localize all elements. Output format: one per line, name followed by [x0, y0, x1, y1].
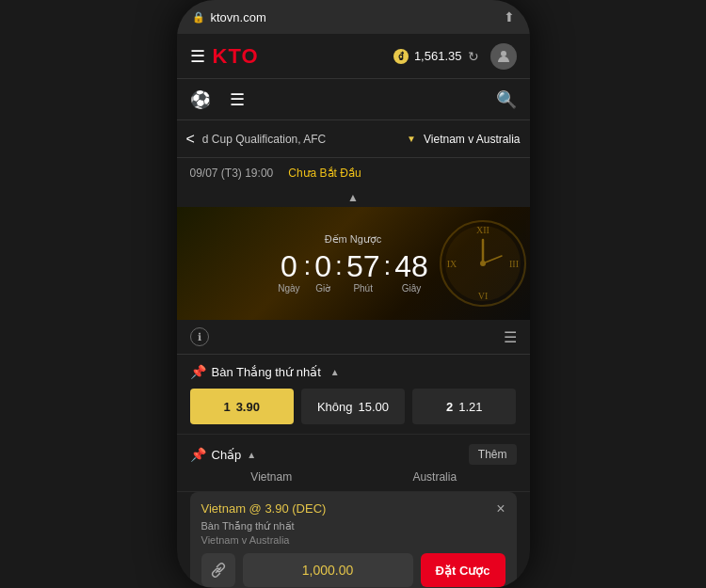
option3-odds: 1.21 [458, 400, 482, 414]
match-status: Chưa Bắt Đầu [288, 167, 361, 180]
sports-icons: ⚽ ☰ [190, 89, 245, 110]
minutes-value: 57 [346, 251, 380, 281]
chap-sort-icon[interactable]: ▲ [247, 450, 256, 460]
lock-icon: 🔒 [192, 11, 205, 24]
list-view-icon[interactable]: ☰ [504, 328, 517, 346]
svg-point-0 [501, 51, 506, 56]
chap-title: Chấp [212, 448, 242, 462]
bet-option-1[interactable]: 1 3.90 [190, 389, 294, 424]
match-date: 09/07 (T3) 19:00 [190, 167, 274, 180]
them-button[interactable]: Thêm [469, 444, 517, 465]
bet-option-2[interactable]: 2 1.21 [412, 389, 516, 424]
breadcrumb-bar: < d Cup Qualification, AFC ▼ Vietnam v A… [177, 120, 530, 158]
sort-arrow-icon[interactable]: ▲ [330, 367, 340, 377]
collapse-bar[interactable]: ▲ [177, 188, 530, 207]
bet-options: 1 3.90 Không 15.00 2 1.21 [190, 389, 517, 424]
info-icon[interactable]: ℹ [190, 327, 209, 346]
section-info-bar: ℹ ☰ [177, 320, 530, 355]
coin-icon: ₫ [393, 49, 409, 64]
dropdown-arrow[interactable]: ▼ [407, 134, 416, 144]
minutes-block: 57 Phút [346, 251, 380, 294]
option3-number: 2 [446, 400, 453, 414]
days-value: 0 [281, 251, 297, 281]
refresh-icon[interactable]: ↻ [468, 49, 479, 64]
option1-number: 1 [223, 400, 230, 414]
avatar-icon[interactable] [490, 43, 517, 70]
minutes-label: Phút [353, 283, 373, 294]
chap-left: 📌 Chấp ▲ [190, 447, 257, 462]
link-icon-button[interactable] [201, 553, 235, 587]
countdown-section: XII III VI IX Đếm Ngược 0 Ngày : 0 Giờ [177, 207, 530, 320]
chap-pin-icon: 📌 [190, 447, 206, 462]
countdown-numbers: 0 Ngày : 0 Giờ : 57 Phút : 48 Giây [278, 251, 428, 294]
chap-header: 📌 Chấp ▲ Thêm [190, 444, 517, 465]
bet-slip-header: Vietnam @ 3.90 (DEC) × [201, 501, 505, 516]
hours-value: 0 [314, 251, 331, 281]
match-title: Vietnam v Australia [424, 133, 521, 146]
seconds-block: 48 Giây [394, 251, 428, 294]
browser-bar: 🔒 ktovn.com ⬆ [177, 0, 530, 34]
clock-bg: XII III VI IX [426, 207, 530, 320]
first-goal-label: Bàn Thắng thứ nhất [212, 365, 321, 379]
dat-cuoc-button[interactable]: Đặt Cược [421, 553, 505, 587]
share-icon[interactable]: ⬆ [504, 9, 515, 24]
soccer-icon[interactable]: ⚽ [190, 89, 211, 110]
chap-team1: Vietnam [190, 470, 354, 484]
chap-section: 📌 Chấp ▲ Thêm Vietnam Australia [177, 435, 530, 492]
bet-slip-actions: 1,000.00 Đặt Cược [201, 553, 505, 587]
kto-logo: KTO [213, 44, 259, 69]
back-button[interactable]: < [186, 131, 195, 148]
nav-right: ₫ 1,561.35 ↻ [393, 43, 517, 70]
match-info-bar: 09/07 (T3) 19:00 Chưa Bắt Đầu [177, 158, 530, 188]
days-label: Ngày [278, 283, 299, 294]
option2-label: Không [317, 400, 353, 414]
separator-2: : [335, 251, 343, 281]
first-goal-section: 📌 Bàn Thắng thứ nhất ▲ 1 3.90 Không 15.0… [177, 355, 530, 435]
bet-slip-team-odds: Vietnam @ 3.90 (DEC) [201, 501, 327, 516]
countdown-label: Đếm Ngược [325, 233, 382, 246]
collapse-arrow-icon[interactable]: ▲ [347, 191, 359, 204]
pin-icon: 📌 [190, 364, 206, 379]
hours-block: 0 Giờ [314, 251, 331, 294]
bet-slip-close-button[interactable]: × [496, 501, 505, 516]
chap-teams: Vietnam Australia [190, 465, 517, 484]
svg-text:III: III [509, 259, 519, 269]
svg-text:XII: XII [476, 225, 489, 235]
svg-point-9 [480, 261, 486, 266]
option1-odds: 3.90 [236, 400, 260, 414]
balance-area: ₫ 1,561.35 ↻ [393, 49, 479, 64]
bet-slip-match: Vietnam v Australia [201, 534, 505, 546]
hours-label: Giờ [315, 283, 330, 294]
bet-option-none[interactable]: Không 15.00 [301, 389, 405, 424]
phone-frame: 🔒 ktovn.com ⬆ ☰ KTO ₫ 1,561.35 ↻ ⚽ ☰ [177, 0, 530, 588]
days-block: 0 Ngày [278, 251, 299, 294]
chap-team2: Australia [353, 470, 517, 484]
balance-value: 1,561.35 [414, 49, 462, 63]
bet-amount-input[interactable]: 1,000.00 [243, 553, 413, 587]
competition-name: d Cup Qualification, AFC [202, 133, 399, 146]
list-tab-icon[interactable]: ☰ [230, 89, 245, 110]
hamburger-menu[interactable]: ☰ [190, 46, 205, 67]
sports-tabs: ⚽ ☰ 🔍 [177, 79, 530, 120]
search-button[interactable]: 🔍 [496, 89, 517, 110]
svg-text:VI: VI [477, 291, 488, 301]
browser-url: ktovn.com [211, 10, 266, 24]
option2-odds: 15.00 [359, 400, 390, 414]
bet-slip-type: Bàn Thắng thứ nhất [201, 520, 505, 532]
nav-bar: ☰ KTO ₫ 1,561.35 ↻ [177, 34, 530, 79]
seconds-label: Giây [402, 283, 422, 294]
svg-text:IX: IX [446, 259, 457, 269]
first-goal-title: 📌 Bàn Thắng thứ nhất ▲ [190, 364, 517, 379]
bet-slip-overlay: Vietnam @ 3.90 (DEC) × Bàn Thắng thứ nhấ… [190, 492, 517, 588]
seconds-value: 48 [394, 251, 428, 281]
separator-1: : [304, 251, 312, 281]
separator-3: : [383, 251, 391, 281]
